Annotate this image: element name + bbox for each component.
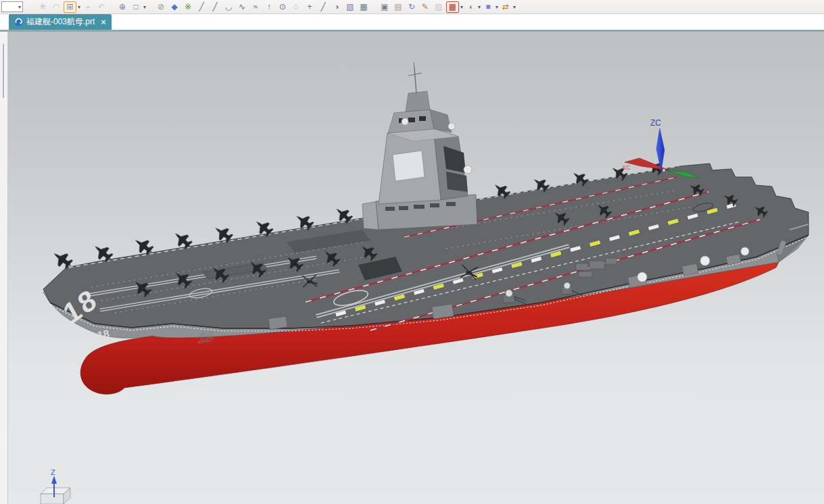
undo-icon[interactable]: ↶ — [95, 1, 107, 13]
point-on-face-icon[interactable]: ⊕ — [116, 1, 128, 13]
tab-bar: 福建舰-003航母.prt × — [0, 14, 824, 32]
graphics-viewport[interactable]: 18 18 18 — [0, 32, 824, 504]
shaded-with-edges-icon[interactable]: ◖ — [464, 1, 477, 13]
point-icon[interactable]: + — [304, 1, 316, 13]
line-2-icon[interactable]: ╱ — [209, 1, 221, 13]
chevron-down-icon[interactable]: ▾ — [495, 4, 498, 10]
point-dialog-icon[interactable]: ⊞ — [64, 1, 76, 13]
acs-z-arrow — [51, 476, 57, 484]
chevron-down-icon[interactable]: ▾ — [513, 4, 516, 10]
mesh-surface-icon[interactable]: ▦ — [358, 1, 370, 13]
circle-icon[interactable]: ⊙ — [276, 1, 289, 13]
part-file-tab-label: 福建舰-003航母.prt — [26, 16, 95, 28]
stern-radome — [637, 272, 647, 282]
radome-dome-3 — [464, 166, 472, 174]
stern-radome-2 — [700, 256, 710, 266]
pattern-feature-icon[interactable]: ※ — [182, 1, 194, 13]
rail-handle[interactable] — [3, 44, 4, 98]
datum-axis-icon[interactable]: ↑ — [263, 1, 275, 13]
radome-dome-2 — [448, 123, 455, 130]
move-object-icon[interactable]: ＋ — [82, 1, 94, 13]
shaded-display-icon[interactable]: ■ — [482, 1, 494, 13]
chevron-down-icon: ▾ — [18, 4, 21, 10]
tab-close-icon[interactable]: × — [101, 18, 106, 26]
studio-spline-icon[interactable]: ∿ — [236, 1, 248, 13]
part-file-tab[interactable]: 福建舰-003航母.prt × — [9, 14, 112, 30]
model-scene[interactable]: 18 18 18 — [7, 32, 824, 504]
bridge-window — [393, 151, 425, 181]
chevron-down-icon[interactable]: ▾ — [460, 4, 463, 10]
replay-icon[interactable]: ⇄ — [500, 1, 512, 13]
snap-point-icon[interactable]: ✳ — [37, 1, 49, 13]
rotate-view-icon[interactable]: ↻ — [406, 1, 418, 13]
chevron-down-icon[interactable]: ▾ — [78, 4, 80, 10]
toolbar: ▾✳◠⊞▾＋↶⊕□▾⊘◆※╱╱◡∿≈↑⊙◌+╱◑▧▦▣▤↻✎▧▩▾◖▾■▾⇄▾ — [0, 0, 824, 14]
wcs-zc-label: ZC — [650, 118, 661, 128]
acs-triad: Z — [41, 468, 70, 504]
radome-dome — [402, 118, 408, 125]
bounded-region-icon[interactable]: □ — [130, 1, 142, 13]
dashed-circle-icon[interactable]: ◌ — [290, 1, 302, 13]
line-3-icon[interactable]: ╱ — [317, 1, 329, 13]
carrier-model[interactable]: 18 18 18 — [43, 62, 808, 394]
part-document-icon — [14, 18, 23, 26]
block-icon[interactable]: ◆ — [168, 1, 180, 13]
window-zoom-icon[interactable]: ▣ — [379, 1, 391, 13]
arc-icon[interactable]: ◡ — [222, 1, 235, 13]
selection-filter-combo[interactable]: ▾ — [1, 1, 23, 12]
grid-display-icon[interactable]: ▩ — [446, 1, 459, 13]
stern-radome-3 — [741, 247, 749, 255]
chevron-down-icon[interactable]: ▾ — [143, 4, 146, 10]
paint-brush-icon[interactable]: ✎ — [419, 1, 431, 13]
island-superstructure[interactable] — [362, 62, 477, 230]
fit-curve-icon[interactable]: ≈ — [249, 1, 262, 13]
hull-number-text: 18 — [97, 328, 111, 341]
chevron-down-icon[interactable]: ▾ — [478, 4, 481, 10]
acs-z-label: Z — [51, 468, 55, 476]
radar-panel — [443, 146, 466, 173]
revolve-icon[interactable]: ⊘ — [155, 1, 167, 13]
island-mast — [406, 91, 430, 111]
layer-settings-icon[interactable]: ▧ — [433, 1, 445, 13]
face-patch-icon[interactable]: ◑ — [331, 1, 343, 13]
wcs-xc-label: XC — [622, 164, 631, 171]
view-capture-icon[interactable]: ▤ — [392, 1, 404, 13]
snap-tangent-icon[interactable]: ◠ — [50, 1, 62, 13]
line-icon[interactable]: ╱ — [195, 1, 208, 13]
swept-surface-icon[interactable]: ▧ — [344, 1, 356, 13]
